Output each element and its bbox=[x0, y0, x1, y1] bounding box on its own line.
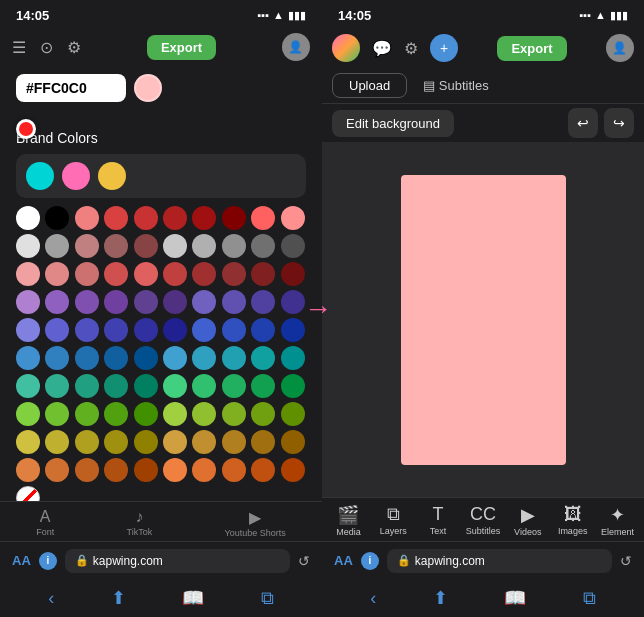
color-cell[interactable] bbox=[104, 234, 128, 258]
toolbar-media[interactable]: 🎬 Media bbox=[328, 504, 368, 539]
color-cell[interactable] bbox=[251, 430, 275, 454]
color-cell[interactable] bbox=[16, 402, 40, 426]
color-cell[interactable] bbox=[104, 430, 128, 454]
color-cell[interactable] bbox=[75, 206, 99, 230]
right-book-icon[interactable]: 📖 bbox=[504, 587, 526, 609]
color-cell[interactable] bbox=[16, 206, 40, 230]
color-cell[interactable] bbox=[45, 458, 69, 482]
color-cell[interactable] bbox=[281, 206, 305, 230]
color-cell[interactable] bbox=[192, 206, 216, 230]
brand-swatch-pink[interactable] bbox=[62, 162, 90, 190]
color-cell[interactable] bbox=[45, 262, 69, 286]
color-cell[interactable] bbox=[281, 402, 305, 426]
color-cell[interactable] bbox=[104, 290, 128, 314]
color-cell[interactable] bbox=[163, 458, 187, 482]
color-cell[interactable] bbox=[134, 290, 158, 314]
browser-dot[interactable]: i bbox=[39, 552, 57, 570]
color-cell[interactable] bbox=[281, 374, 305, 398]
tab-youtube[interactable]: ▶ Youtube Shorts bbox=[225, 508, 286, 537]
right-refresh-icon[interactable]: ↺ bbox=[620, 553, 632, 569]
color-cell[interactable] bbox=[45, 374, 69, 398]
color-cell[interactable] bbox=[75, 290, 99, 314]
color-cell[interactable] bbox=[222, 458, 246, 482]
color-cell[interactable] bbox=[192, 290, 216, 314]
canvas-preview[interactable] bbox=[401, 175, 566, 465]
color-cell[interactable] bbox=[251, 290, 275, 314]
brand-swatch-teal[interactable] bbox=[26, 162, 54, 190]
color-cell[interactable] bbox=[104, 318, 128, 342]
color-cell[interactable] bbox=[163, 262, 187, 286]
share-icon[interactable]: ⬆ bbox=[111, 587, 126, 609]
color-cell[interactable] bbox=[134, 318, 158, 342]
color-cell[interactable] bbox=[281, 318, 305, 342]
color-cell[interactable] bbox=[104, 346, 128, 370]
color-cell[interactable] bbox=[222, 402, 246, 426]
color-cell[interactable] bbox=[163, 374, 187, 398]
add-user-icon[interactable]: + bbox=[430, 34, 458, 62]
color-cell[interactable] bbox=[222, 262, 246, 286]
color-cell[interactable] bbox=[16, 486, 40, 501]
color-cell[interactable] bbox=[222, 234, 246, 258]
color-cell[interactable] bbox=[222, 374, 246, 398]
color-cell[interactable] bbox=[192, 346, 216, 370]
color-cell[interactable] bbox=[163, 290, 187, 314]
color-cell[interactable] bbox=[104, 262, 128, 286]
color-cell[interactable] bbox=[163, 430, 187, 454]
color-cell[interactable] bbox=[134, 458, 158, 482]
color-cell[interactable] bbox=[75, 402, 99, 426]
color-cell[interactable] bbox=[75, 430, 99, 454]
color-cell[interactable] bbox=[45, 346, 69, 370]
color-cell[interactable] bbox=[281, 262, 305, 286]
color-cell[interactable] bbox=[251, 458, 275, 482]
chat-icon[interactable]: 💬 bbox=[372, 39, 392, 58]
menu-icon[interactable]: ☰ bbox=[12, 38, 26, 57]
color-cell[interactable] bbox=[75, 346, 99, 370]
color-cell[interactable] bbox=[251, 206, 275, 230]
color-cell[interactable] bbox=[222, 290, 246, 314]
color-cell[interactable] bbox=[251, 318, 275, 342]
color-cell[interactable] bbox=[163, 402, 187, 426]
left-url-box[interactable]: 🔒 kapwing.com bbox=[65, 549, 290, 573]
back-arrow-icon[interactable]: ‹ bbox=[48, 588, 54, 609]
right-export-button[interactable]: Export bbox=[497, 36, 566, 61]
color-cell[interactable] bbox=[75, 262, 99, 286]
color-cell[interactable] bbox=[192, 374, 216, 398]
color-cell[interactable] bbox=[16, 234, 40, 258]
color-cell[interactable] bbox=[251, 346, 275, 370]
color-cell[interactable] bbox=[104, 206, 128, 230]
right-share-icon[interactable]: ⬆ bbox=[433, 587, 448, 609]
right-tabs-icon[interactable]: ⧉ bbox=[583, 588, 596, 609]
color-cell[interactable] bbox=[104, 374, 128, 398]
right-browser-dot[interactable]: i bbox=[361, 552, 379, 570]
toolbar-videos[interactable]: ▶ Videos bbox=[508, 504, 548, 539]
color-cell[interactable] bbox=[251, 374, 275, 398]
color-cell[interactable] bbox=[134, 346, 158, 370]
edit-background-button[interactable]: Edit background bbox=[332, 110, 454, 137]
right-gear-icon[interactable]: ⚙ bbox=[404, 39, 418, 58]
color-cell[interactable] bbox=[222, 430, 246, 454]
toolbar-subtitles[interactable]: CC Subtitles bbox=[463, 504, 503, 539]
color-cell[interactable] bbox=[16, 290, 40, 314]
export-button[interactable]: Export bbox=[147, 35, 216, 60]
color-cell[interactable] bbox=[75, 318, 99, 342]
subtitles-tab[interactable]: ▤ Subtitles bbox=[407, 74, 505, 97]
color-cell[interactable] bbox=[163, 346, 187, 370]
color-cell[interactable] bbox=[192, 458, 216, 482]
color-cell[interactable] bbox=[16, 374, 40, 398]
color-cell[interactable] bbox=[134, 234, 158, 258]
brand-swatch-yellow[interactable] bbox=[98, 162, 126, 190]
toolbar-elements[interactable]: ✦ Element bbox=[597, 504, 637, 539]
right-aa-text[interactable]: AA bbox=[334, 553, 353, 568]
color-cell[interactable] bbox=[192, 262, 216, 286]
right-back-arrow-icon[interactable]: ‹ bbox=[370, 588, 376, 609]
color-cell[interactable] bbox=[75, 458, 99, 482]
color-cell[interactable] bbox=[16, 458, 40, 482]
color-cell[interactable] bbox=[134, 374, 158, 398]
search-icon[interactable]: ⊙ bbox=[40, 38, 53, 57]
tab-font[interactable]: A Font bbox=[36, 508, 54, 537]
color-cell[interactable] bbox=[163, 318, 187, 342]
color-cell[interactable] bbox=[134, 262, 158, 286]
color-cell[interactable] bbox=[251, 262, 275, 286]
color-cell[interactable] bbox=[192, 402, 216, 426]
upload-tab[interactable]: Upload bbox=[332, 73, 407, 98]
